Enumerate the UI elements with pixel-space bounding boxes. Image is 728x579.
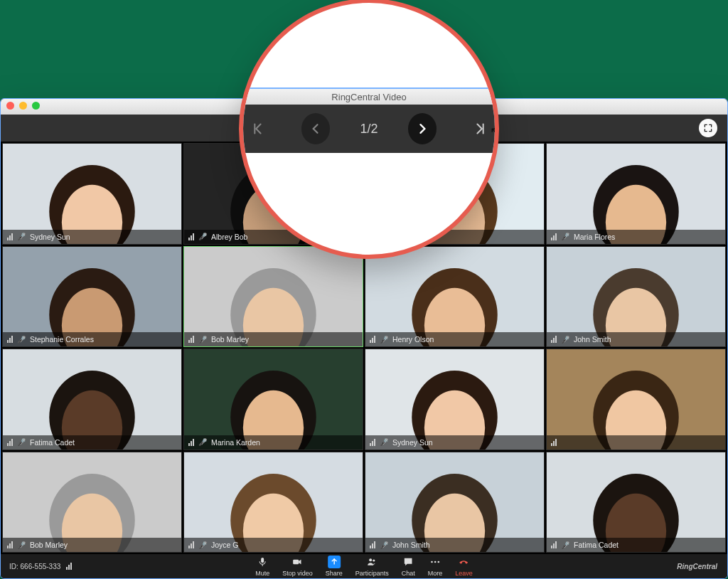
window-minimize-button[interactable] [19, 102, 27, 110]
fullscreen-button[interactable] [699, 119, 717, 137]
participant-tile[interactable]: 🎤̸ Marina Karden [183, 349, 363, 450]
signal-icon [551, 541, 557, 548]
pager-next-button[interactable] [408, 113, 437, 144]
participant-tile[interactable]: 🎤̸ Fatima Cadet [2, 349, 182, 450]
participant-label: 🎤̸ Maria Flores [547, 230, 725, 244]
participant-label: 🎤̸ Sydney Sun [365, 435, 544, 450]
hangup-icon [458, 556, 471, 568]
participant-name: Sydney Sun [392, 438, 433, 447]
signal-icon [188, 541, 194, 548]
leave-button[interactable]: Leave [455, 556, 473, 577]
signal-icon [188, 439, 194, 446]
pager-magnifier-callout: RingCentral Video 1/2 ↖ [239, 0, 499, 259]
leave-label: Leave [455, 570, 473, 577]
window-close-button[interactable] [6, 102, 14, 110]
participant-tile[interactable]: 🎤̸ Fatima Cadet [546, 452, 726, 553]
mute-label: Mute [255, 570, 269, 577]
participant-tile[interactable]: 🎤̸ John Smith [546, 246, 726, 348]
participant-name: Fatima Cadet [574, 541, 619, 549]
participant-tile[interactable]: 🎤̸ Henry Olson [365, 246, 545, 348]
participant-tile[interactable]: 🎤̸ Stephanie Corrales [2, 246, 182, 348]
pager-indicator: 1/2 [360, 122, 378, 137]
participants-icon [365, 556, 378, 568]
participant-name: Marina Karden [211, 438, 260, 447]
participant-name: Sydney Sun [30, 233, 70, 241]
share-icon [328, 556, 341, 568]
magnified-titlebar: RingCentral Video [243, 87, 495, 105]
svg-rect-97 [293, 560, 299, 565]
svg-rect-96 [261, 558, 264, 563]
participant-label: 🎤̸ Joyce G [184, 538, 363, 552]
chat-icon [402, 556, 414, 568]
participant-name: Stephanie Corrales [30, 335, 94, 344]
participant-tile[interactable]: 🎤̸ John Smith [365, 452, 545, 553]
participant-name: Joyce G [211, 541, 239, 549]
stop-video-button[interactable]: Stop video [282, 556, 313, 577]
signal-icon [66, 563, 72, 570]
share-label: Share [326, 570, 343, 577]
signal-icon [370, 439, 375, 446]
signal-icon [370, 541, 375, 548]
participant-tile[interactable]: 🎤̸ Joyce G [183, 452, 363, 553]
more-label: More [428, 570, 443, 577]
participant-label: 🎤̸ John Smith [365, 538, 544, 552]
window-zoom-button[interactable] [32, 102, 40, 110]
participant-label: 🎤̸ Fatima Cadet [547, 538, 725, 552]
mic-muted-icon: 🎤̸ [380, 438, 388, 446]
share-button[interactable]: Share [326, 556, 343, 577]
brand-label: RingCentral [677, 563, 727, 570]
video-icon [291, 556, 304, 568]
chat-button[interactable]: Chat [402, 556, 415, 577]
participant-tile[interactable]: 🎤̸ Bob Marley [183, 246, 363, 348]
signal-icon [188, 336, 194, 343]
signal-icon [7, 233, 13, 240]
mic-muted-icon: 🎤̸ [17, 233, 26, 240]
magnified-pager-toolbar: 1/2 [243, 105, 495, 153]
participant-tile[interactable]: 🎤̸ Bob Marley [2, 452, 182, 553]
participant-tile[interactable] [546, 349, 726, 450]
pager-prev-button[interactable] [301, 113, 330, 144]
participant-name: Maria Flores [574, 233, 615, 241]
window-controls[interactable] [6, 102, 40, 110]
more-icon [429, 556, 441, 568]
signal-icon [370, 336, 375, 343]
participants-label: Participants [355, 570, 389, 577]
stop-video-label: Stop video [282, 570, 313, 577]
mic-muted-icon: 🎤̸ [198, 336, 207, 344]
signal-icon [551, 336, 557, 343]
meeting-bottom-bar: ID: 666-555-333 Mute Stop video [1, 554, 727, 578]
participant-name: Fatima Cadet [30, 438, 75, 447]
participant-label: 🎤̸ Stephanie Corrales [3, 332, 181, 346]
svg-point-100 [431, 561, 433, 563]
more-button[interactable]: More [428, 556, 443, 577]
svg-point-99 [373, 559, 375, 561]
participant-name: Albrey Bob [211, 233, 247, 241]
signal-icon [551, 233, 557, 240]
signal-icon [188, 233, 194, 240]
participant-tile[interactable]: 🎤̸ Maria Flores [546, 143, 726, 245]
mic-muted-icon: 🎤̸ [198, 438, 207, 446]
mic-muted-icon: 🎤̸ [380, 336, 388, 344]
participant-name: Henry Olson [392, 335, 434, 344]
mic-muted-icon: 🎤̸ [561, 541, 569, 549]
pager-first-button[interactable] [243, 113, 272, 144]
participant-label: 🎤̸ Bob Marley [3, 538, 181, 552]
participant-label: 🎤̸ John Smith [547, 332, 725, 346]
participant-label: 🎤̸ Bob Marley [184, 332, 363, 346]
meeting-id: ID: 666-555-333 [9, 563, 60, 570]
chat-label: Chat [402, 570, 415, 577]
magnified-title: RingCentral Video [331, 92, 406, 102]
mic-muted-icon: 🎤̸ [17, 336, 26, 344]
participant-tile[interactable]: 🎤̸ Sydney Sun [365, 349, 545, 450]
participant-label: 🎤̸ Fatima Cadet [3, 435, 181, 450]
cursor-icon: ↖ [490, 124, 499, 139]
participants-button[interactable]: Participants [355, 556, 389, 577]
participant-name: Bob Marley [211, 335, 249, 344]
participant-name: John Smith [392, 541, 430, 549]
mic-muted-icon: 🎤̸ [198, 233, 207, 240]
signal-icon [7, 541, 13, 548]
participant-name: Bob Marley [30, 541, 68, 549]
participant-label [547, 435, 725, 450]
participant-tile[interactable]: 🎤̸ Sydney Sun [2, 143, 182, 245]
mute-button[interactable]: Mute [255, 556, 269, 577]
